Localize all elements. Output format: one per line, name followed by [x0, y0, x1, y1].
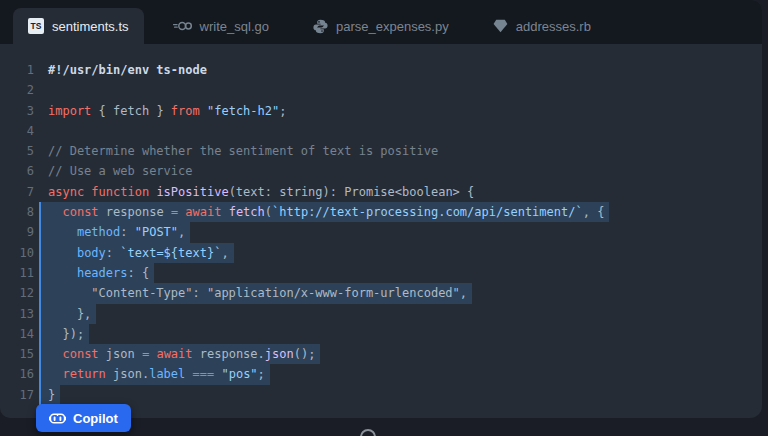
line-number: 16: [0, 364, 34, 384]
code-text: #!/usr/bin/env ts-node: [48, 60, 207, 80]
line-number: 15: [0, 344, 34, 364]
tab-label: addresses.rb: [516, 19, 591, 34]
line-number: 13: [0, 304, 34, 324]
line-number: 2: [0, 80, 34, 100]
suggestion-highlight: headers: {: [39, 263, 154, 283]
line-number: 3: [0, 101, 34, 121]
code-line: 9 method: "POST",: [0, 222, 762, 242]
code-line: 15 const json = await response.json();: [0, 344, 762, 364]
python-icon: [313, 19, 328, 34]
tab-write-sql-go[interactable]: write_sql.go: [158, 8, 284, 44]
copilot-suggested-code: method: "POST",: [48, 222, 190, 242]
suggestion-highlight: "Content-Type": "application/x-www-form-…: [39, 283, 472, 303]
code-editor-window: TSsentiments.tswrite_sql.goparse_expense…: [0, 0, 762, 418]
tab-addresses-rb[interactable]: addresses.rb: [478, 8, 606, 44]
code-line: 11 headers: {: [0, 263, 762, 283]
code-text: async function isPositive(text: string):…: [48, 182, 474, 202]
code-line: 8 const response = await fetch(`http://t…: [0, 202, 762, 222]
code-text: // Determine whether the sentiment of te…: [48, 141, 438, 161]
code-line: 1#!/usr/bin/env ts-node: [0, 60, 762, 80]
copilot-button[interactable]: Copilot: [36, 404, 131, 432]
tab-sentiments-ts[interactable]: TSsentiments.ts: [13, 8, 144, 44]
suggestion-highlight: const json = await response.json();: [39, 344, 320, 364]
line-number: 7: [0, 182, 34, 202]
line-number: 11: [0, 263, 34, 283]
typescript-icon: TS: [28, 18, 44, 34]
code-line: 2: [0, 80, 762, 100]
code-line: 6// Use a web service: [0, 161, 762, 181]
line-number: 8: [0, 202, 34, 222]
suggestion-highlight: const response = await fetch(`http://tex…: [39, 202, 609, 222]
code-line: 17}: [0, 385, 762, 405]
code-line: 10 body: `text=${text}`,: [0, 243, 762, 263]
copilot-suggested-code: const response = await fetch(`http://tex…: [48, 202, 609, 222]
code-line: 3import { fetch } from "fetch-h2";: [0, 101, 762, 121]
copilot-suggested-code: });: [48, 324, 89, 344]
line-number: 12: [0, 283, 34, 303]
code-line: 16 return json.label === "pos";: [0, 364, 762, 384]
tab-parse-expenses-py[interactable]: parse_expenses.py: [298, 8, 464, 44]
line-number: 10: [0, 243, 34, 263]
go-icon: [173, 20, 192, 32]
copilot-suggested-code: },: [48, 304, 96, 324]
copilot-icon: [49, 411, 66, 426]
line-number: 4: [0, 121, 34, 141]
line-number: 6: [0, 161, 34, 181]
copilot-suggested-code: "Content-Type": "application/x-www-form-…: [48, 283, 472, 303]
suggestion-highlight: }: [39, 385, 60, 405]
line-number: 17: [0, 385, 34, 405]
code-line: 13 },: [0, 304, 762, 324]
code-line: 5// Determine whether the sentiment of t…: [0, 141, 762, 161]
tab-label: sentiments.ts: [52, 19, 129, 34]
code-text: // Use a web service: [48, 161, 193, 181]
line-number: 9: [0, 222, 34, 242]
code-line: 4: [0, 121, 762, 141]
code-line: 7async function isPositive(text: string)…: [0, 182, 762, 202]
copilot-suggested-code: body: `text=${text}`,: [48, 243, 234, 263]
line-number: 1: [0, 60, 34, 80]
tab-label: parse_expenses.py: [336, 19, 449, 34]
line-number: 14: [0, 324, 34, 344]
copilot-suggested-code: const json = await response.json();: [48, 344, 320, 364]
copilot-suggested-code: headers: {: [48, 263, 154, 283]
code-text: import { fetch } from "fetch-h2";: [48, 101, 286, 121]
suggestion-highlight: return json.label === "pos";: [39, 364, 270, 384]
ruby-icon: [493, 19, 508, 33]
copilot-suggested-code: return json.label === "pos";: [48, 364, 270, 384]
copilot-suggested-code: }: [48, 385, 60, 405]
code-line: 14 });: [0, 324, 762, 344]
suggestion-highlight: },: [39, 304, 96, 324]
code-line: 12 "Content-Type": "application/x-www-fo…: [0, 283, 762, 303]
tab-label: write_sql.go: [200, 19, 269, 34]
code-editor[interactable]: 1#!/usr/bin/env ts-node23import { fetch …: [0, 44, 762, 405]
copilot-button-label: Copilot: [73, 411, 118, 426]
suggestion-highlight: });: [39, 324, 89, 344]
suggestion-highlight: body: `text=${text}`,: [39, 243, 234, 263]
suggestion-highlight: method: "POST",: [39, 222, 190, 242]
line-number: 5: [0, 141, 34, 161]
copilot-logo-partial: [360, 429, 376, 436]
tab-bar: TSsentiments.tswrite_sql.goparse_expense…: [0, 0, 762, 44]
